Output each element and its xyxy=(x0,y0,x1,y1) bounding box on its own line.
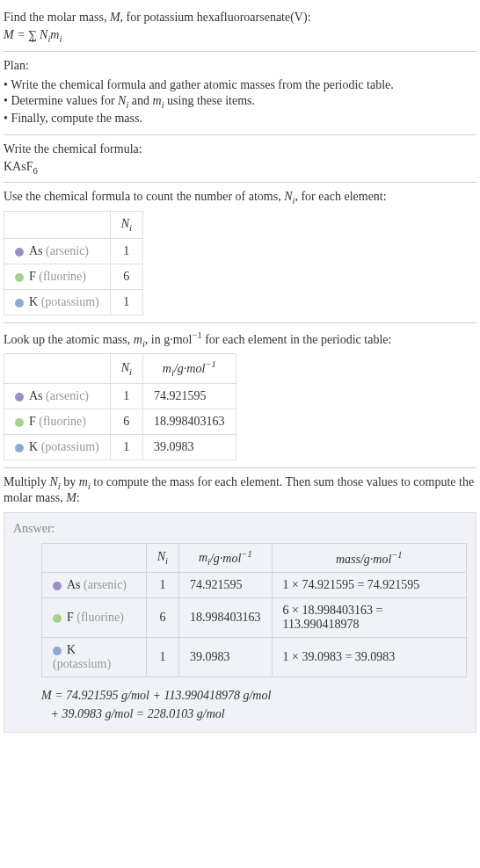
element-dot-icon xyxy=(53,647,62,655)
intro-text: Find the molar mass, M, for potassium he… xyxy=(4,11,476,25)
mi-value: 39.0983 xyxy=(179,638,273,677)
element-dot-icon xyxy=(15,248,24,257)
element-fullname: (arsenic) xyxy=(84,578,127,591)
atomic-mass-section: Look up the atomic mass, mi, in g·mol−1 … xyxy=(4,323,476,468)
element-symbol: K xyxy=(29,295,38,308)
element-fullname: (fluorine) xyxy=(39,270,86,283)
plan-item: • Write the chemical formula and gather … xyxy=(4,78,476,92)
mi-value: 18.998403163 xyxy=(179,598,273,638)
element-fullname: (potassium) xyxy=(41,440,99,453)
element-fullname: (potassium) xyxy=(41,295,99,308)
table-row: F (fluorine) 6 18.998403163 6 × 18.99840… xyxy=(42,598,467,638)
element-cell: As (arsenic) xyxy=(4,383,111,409)
mi-value: 74.921595 xyxy=(143,383,236,409)
empty-header xyxy=(4,354,111,383)
element-dot-icon xyxy=(15,393,24,401)
element-symbol: K xyxy=(29,440,38,453)
element-dot-icon xyxy=(15,444,24,452)
ni-value: 1 xyxy=(110,238,142,264)
ni-header: Ni xyxy=(146,543,178,572)
element-cell: K (potassium) xyxy=(4,434,111,459)
table-header-row: Ni mi/g·mol−1 mass/g·mol−1 xyxy=(42,543,467,572)
ni-value: 6 xyxy=(110,264,142,289)
mi-value: 18.998403163 xyxy=(143,409,236,434)
ni-value: 6 xyxy=(110,409,142,434)
element-symbol: F xyxy=(29,270,36,283)
element-fullname: (arsenic) xyxy=(46,244,89,257)
table-row: F (fluorine) 6 xyxy=(4,264,143,289)
element-symbol: F xyxy=(67,611,74,624)
plan-section: Plan: • Write the chemical formula and g… xyxy=(4,52,476,135)
empty-header xyxy=(42,543,147,572)
plan-list: • Write the chemical formula and gather … xyxy=(4,78,476,126)
element-cell: K (potassium) xyxy=(42,638,147,677)
element-dot-icon xyxy=(53,614,62,623)
element-symbol: As xyxy=(29,244,43,257)
element-cell: F (fluorine) xyxy=(42,598,147,638)
table-row: As (arsenic) 1 74.921595 xyxy=(4,383,236,409)
final-equation: M = 74.921595 g/mol + 113.990418978 g/mo… xyxy=(41,686,467,723)
element-dot-icon xyxy=(53,582,62,590)
ni-header: Ni xyxy=(110,354,142,383)
plan-item: • Determine values for Ni and mi using t… xyxy=(4,94,476,110)
mass-heading: Look up the atomic mass, mi, in g·mol−1 … xyxy=(4,330,476,348)
element-cell: As (arsenic) xyxy=(42,573,147,598)
answer-label: Answer: xyxy=(13,522,467,536)
formula-heading: Write the chemical formula: xyxy=(4,142,476,156)
multiply-heading: Multiply Ni by mi to compute the mass fo… xyxy=(4,475,476,505)
ni-value: 1 xyxy=(146,638,178,677)
element-cell: F (fluorine) xyxy=(4,409,111,434)
chemical-formula-section: Write the chemical formula: KAsF6 xyxy=(4,135,476,184)
element-symbol: As xyxy=(29,389,43,402)
table-row: K (potassium) 1 xyxy=(4,289,143,315)
chemical-formula: KAsF6 xyxy=(4,160,476,176)
answer-box: Answer: Ni mi/g·mol−1 mass/g·mol−1 As (a… xyxy=(4,512,476,733)
ni-value: 1 xyxy=(110,383,142,409)
ni-value: 1 xyxy=(110,434,142,459)
answer-table: Ni mi/g·mol−1 mass/g·mol−1 As (arsenic) … xyxy=(41,543,467,677)
intro-section: Find the molar mass, M, for potassium he… xyxy=(4,4,476,52)
count-heading: Use the chemical formula to count the nu… xyxy=(4,190,476,206)
ni-value: 1 xyxy=(110,289,142,315)
plan-item: • Finally, compute the mass. xyxy=(4,112,476,126)
molar-mass-equation: M = ∑iNimi xyxy=(4,28,476,44)
element-symbol: As xyxy=(67,578,81,591)
element-dot-icon xyxy=(15,418,24,427)
element-fullname: (potassium) xyxy=(53,657,111,670)
table-row: F (fluorine) 6 18.998403163 xyxy=(4,409,236,434)
element-symbol: F xyxy=(29,415,36,428)
count-table: Ni As (arsenic) 1 F (fluorine) 6 K (pota… xyxy=(4,211,143,315)
intro-post: , for potassium hexafluoroarsenate(V): xyxy=(120,11,311,24)
ni-header: Ni xyxy=(110,212,142,239)
answer-content: Ni mi/g·mol−1 mass/g·mol−1 As (arsenic) … xyxy=(13,543,467,723)
element-cell: F (fluorine) xyxy=(4,264,111,289)
mi-value: 74.921595 xyxy=(179,573,273,598)
mass-value: 1 × 39.0983 = 39.0983 xyxy=(272,638,466,677)
mass-table: Ni mi/g·mol−1 As (arsenic) 1 74.921595 F… xyxy=(4,353,236,459)
ni-value: 6 xyxy=(146,598,178,638)
element-fullname: (arsenic) xyxy=(46,389,89,402)
table-header-row: Ni xyxy=(4,212,143,239)
ni-value: 1 xyxy=(146,573,178,598)
element-dot-icon xyxy=(15,299,24,307)
intro-var: M xyxy=(110,11,120,24)
mi-header: mi/g·mol−1 xyxy=(143,354,236,383)
mass-header: mass/g·mol−1 xyxy=(272,543,466,572)
table-row: K (potassium) 1 39.0983 xyxy=(4,434,236,459)
element-symbol: K xyxy=(67,643,76,656)
element-dot-icon xyxy=(15,273,24,282)
compute-section: Multiply Ni by mi to compute the mass fo… xyxy=(4,468,476,733)
plan-heading: Plan: xyxy=(4,59,476,73)
table-header-row: Ni mi/g·mol−1 xyxy=(4,354,236,383)
mass-value: 6 × 18.998403163 = 113.990418978 xyxy=(272,598,466,638)
table-row: As (arsenic) 1 74.921595 1 × 74.921595 =… xyxy=(42,573,467,598)
element-fullname: (fluorine) xyxy=(76,611,124,624)
atom-count-section: Use the chemical formula to count the nu… xyxy=(4,183,476,323)
element-cell: As (arsenic) xyxy=(4,238,111,264)
table-row: K (potassium) 1 39.0983 1 × 39.0983 = 39… xyxy=(42,638,467,677)
element-cell: K (potassium) xyxy=(4,289,111,315)
table-row: As (arsenic) 1 xyxy=(4,238,143,264)
mass-value: 1 × 74.921595 = 74.921595 xyxy=(272,573,466,598)
mi-header: mi/g·mol−1 xyxy=(179,543,273,572)
mi-value: 39.0983 xyxy=(143,434,236,459)
